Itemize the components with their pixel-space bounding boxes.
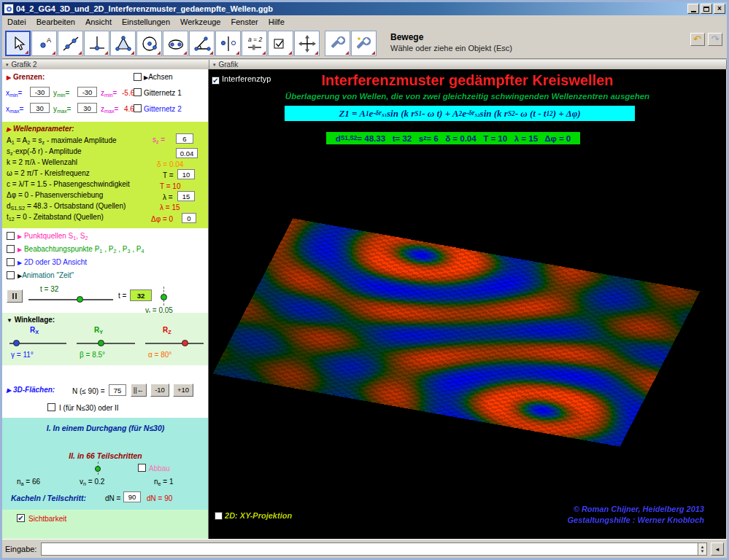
abbau-checkbox[interactable]: [138, 464, 146, 472]
maximize-button[interactable]: [701, 4, 712, 14]
tool-circle-button[interactable]: [136, 31, 162, 56]
punktquellen-checkbox[interactable]: [7, 232, 15, 240]
beobachtungspunkte-checkbox[interactable]: [7, 245, 15, 253]
tool-polygon-button[interactable]: [110, 31, 136, 56]
wellenparameter-section: ▶ Wellenparameter: A1 = A2 = sz - maxima…: [2, 122, 209, 228]
phi-input[interactable]: [182, 213, 196, 223]
animation-play-button[interactable]: [7, 289, 23, 303]
redo-button[interactable]: ↷: [708, 33, 722, 46]
menu-ansicht[interactable]: Ansicht: [80, 16, 117, 28]
panel-menu-icon[interactable]: ▾: [213, 62, 216, 68]
menu-fenster[interactable]: Fenster: [225, 16, 263, 28]
section-arrow-icon[interactable]: ▶: [7, 126, 11, 133]
projektion-checkbox[interactable]: [215, 512, 223, 520]
tool-perpendicular-button[interactable]: [84, 31, 109, 56]
input-label: Eingabe:: [5, 545, 36, 553]
time-animation-section: t = 32 t = vt = 0.05: [2, 285, 209, 313]
tool-move-button[interactable]: [5, 31, 31, 56]
tool-angle-button[interactable]: [189, 31, 215, 56]
wellen-line8: t12 = 0 - Zeitabstand (Quellen): [7, 213, 104, 222]
panel-menu-icon[interactable]: ▾: [6, 62, 9, 68]
vn-slider-handle[interactable]: [95, 466, 101, 472]
lambda-input[interactable]: [177, 191, 195, 201]
tool-line-button[interactable]: [58, 31, 83, 56]
gitternetz1-checkbox[interactable]: [134, 88, 142, 96]
toolbar-hint: Bewege Wähle oder ziehe ein Objekt (Esc): [390, 31, 512, 52]
mode-checkbox[interactable]: [47, 403, 55, 411]
ry-slider-track[interactable]: [77, 343, 135, 344]
rz-slider-handle[interactable]: [182, 340, 188, 346]
input-help-button[interactable]: ◂: [711, 542, 724, 556]
animation-zeit-checkbox[interactable]: [7, 271, 15, 279]
durchgang-title2: II. in 66 Teilschritten: [2, 451, 209, 460]
t-input[interactable]: [130, 289, 152, 301]
parameter-values-box[interactable]: dS1,S2= 48.33 t= 32 sz= 6 δ = 0.04 T = 1…: [325, 131, 581, 145]
sichtbarkeit-checkbox[interactable]: ✔: [17, 514, 25, 522]
rz-slider-track[interactable]: [145, 343, 204, 344]
view-headers: ▾ Grafik 2 ▾ Grafik: [2, 60, 727, 69]
section-arrow-icon[interactable]: ▶: [7, 74, 11, 81]
ymin-input[interactable]: [77, 87, 97, 97]
ymin-label: ymin=: [53, 89, 69, 98]
tool-conic-button[interactable]: [163, 31, 188, 56]
T-input[interactable]: [177, 169, 195, 179]
ymax-input[interactable]: [77, 103, 97, 113]
wrench-icon: [328, 34, 347, 53]
xmin-input[interactable]: [30, 87, 50, 97]
left-view-header[interactable]: ▾ Grafik 2: [2, 60, 209, 69]
svg-text:a = 2: a = 2: [248, 36, 262, 43]
tool-point-button[interactable]: A: [31, 31, 57, 56]
new-point-icon: A: [35, 34, 54, 53]
rz-label: RZ: [163, 326, 171, 335]
n-input[interactable]: [109, 384, 126, 396]
section-arrow-icon[interactable]: ▼: [7, 317, 12, 324]
winkellage-title: Winkellage:: [15, 316, 55, 324]
formula-box[interactable]: Z1 = A1 e-δrS1 sin (k rS1 - ω t) + A2 e-…: [284, 105, 636, 122]
abbau-label: Abbau: [149, 464, 170, 472]
sz-input[interactable]: [176, 133, 193, 144]
t-slider-handle[interactable]: [77, 296, 83, 303]
menu-hilfe[interactable]: Hilfe: [263, 16, 290, 28]
t-slider-track[interactable]: [28, 299, 113, 300]
left-view-title: Grafik 2: [12, 61, 37, 69]
menu-bearbeiten[interactable]: Bearbeiten: [31, 16, 80, 28]
xmax-input[interactable]: [30, 103, 50, 113]
section-arrow-icon[interactable]: ▶: [7, 387, 11, 394]
n-reset-button[interactable]: ||←: [131, 384, 147, 397]
kacheln-label: Kacheln / Teilschritt:: [11, 494, 86, 502]
delta-input[interactable]: [176, 148, 198, 158]
move-graphics-view-icon: [298, 34, 317, 53]
tool-custom1-button[interactable]: [325, 31, 350, 56]
tool-move-view-button[interactable]: [294, 31, 320, 56]
graphics-view[interactable]: ✔ Interferenztyp Interferenzmuster gedäm…: [209, 69, 726, 543]
close-button[interactable]: ×: [714, 4, 725, 14]
dn-input[interactable]: [123, 491, 141, 502]
xmin-label: xmin=: [6, 89, 22, 98]
n-plus10-button[interactable]: +10: [173, 384, 193, 397]
plot-title: Interferenzmuster gedämpfter Kreiswellen: [209, 72, 726, 89]
animation-zeit-label: Animation "Zeit": [22, 271, 74, 279]
active-tool-name: Bewege: [390, 32, 512, 42]
vt-slider-handle[interactable]: [161, 294, 167, 300]
undo-button[interactable]: ↶: [690, 33, 705, 46]
menu-datei[interactable]: Datei: [2, 16, 31, 28]
checkbox-tool-icon: [271, 34, 290, 53]
ansicht-2d3d-checkbox[interactable]: [7, 258, 15, 266]
ry-slider-handle[interactable]: [98, 340, 104, 346]
achsen-checkbox[interactable]: [134, 73, 142, 81]
right-view-header[interactable]: ▾ Grafik: [209, 60, 727, 69]
gamma-label: γ = 11°: [11, 351, 34, 359]
gitternetz2-checkbox[interactable]: [134, 104, 142, 112]
rx-label: RX: [30, 326, 39, 335]
menu-einstellungen[interactable]: Einstellungen: [117, 16, 175, 28]
menu-werkzeuge[interactable]: Werkzeuge: [175, 16, 225, 28]
rx-slider-handle[interactable]: [13, 340, 20, 346]
input-history-spinner[interactable]: ▲▼: [698, 542, 707, 556]
tool-custom2-button[interactable]: [351, 31, 377, 56]
command-input[interactable]: [41, 542, 698, 556]
tool-slider-button[interactable]: a = 2: [242, 31, 267, 56]
tool-mirror-button[interactable]: [215, 31, 241, 56]
minimize-button[interactable]: [687, 4, 699, 14]
n-minus10-button[interactable]: -10: [150, 384, 169, 397]
tool-checkbox-button[interactable]: [268, 31, 293, 56]
